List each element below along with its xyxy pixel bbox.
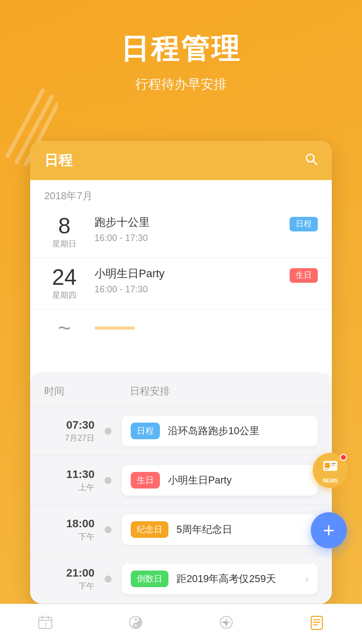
timeline-dot-3	[105, 576, 112, 583]
event-info-1: 跑步十公里 16:00 - 17:30	[84, 215, 290, 244]
timeline-row-1[interactable]: 11:30 上午 生日 小明生日Party	[30, 456, 332, 505]
schedule-bar[interactable]: 日程	[30, 141, 332, 180]
event-time-2: 16:00 - 17:30	[95, 284, 290, 295]
fab-add-button[interactable]: +	[311, 512, 347, 548]
event-title-1: 跑步十公里	[95, 215, 290, 230]
timeline-time-1: 11:30 上午	[44, 468, 95, 493]
timeline-list: 07:30 7月27日 日程 沿环岛路跑步10公里 11:30 上午 生日	[30, 407, 332, 604]
timeline-tag-0: 日程	[131, 423, 160, 439]
event-item-1[interactable]: 8 星期日 跑步十公里 16:00 - 17:30 日程	[30, 207, 332, 258]
svg-text:7: 7	[44, 622, 47, 628]
svg-line-4	[313, 161, 317, 165]
svg-rect-6	[325, 463, 330, 468]
notes-icon	[309, 614, 325, 634]
page-subtitle: 行程待办早安排	[0, 75, 362, 93]
svg-marker-23	[221, 621, 226, 623]
timeline-content-0: 日程 沿环岛路跑步10公里	[122, 416, 318, 446]
event-date-day-1: 星期日	[44, 239, 84, 250]
timeline-text-2: 5周年纪念日	[176, 523, 309, 536]
timeline-dot-2	[105, 526, 112, 533]
event-partial: ~	[30, 309, 332, 344]
svg-marker-20	[225, 617, 227, 622]
nav-item-yinyang[interactable]	[90, 604, 181, 644]
timeline-tag-2: 纪念日	[131, 521, 168, 538]
timeline-text-1: 小明生日Party	[168, 473, 309, 487]
timeline-header-time-label: 时间	[44, 384, 100, 398]
svg-point-17	[135, 624, 137, 626]
timeline-content-2: 纪念日 5周年纪念日	[122, 514, 318, 545]
timeline-text-0: 沿环岛路跑步10公里	[168, 424, 309, 438]
svg-marker-21	[226, 621, 231, 623]
event-date-day-2: 星期四	[44, 290, 84, 301]
event-tag-1: 日程	[290, 217, 318, 231]
month-label: 2018年7月	[30, 180, 332, 207]
svg-rect-7	[331, 463, 336, 464]
event-date-1: 8 星期日	[44, 215, 84, 250]
event-title-2: 小明生日Party	[95, 266, 290, 281]
svg-rect-9	[325, 469, 329, 470]
bottom-nav: 7	[0, 604, 362, 644]
chevron-icon-3: ›	[305, 573, 309, 586]
nav-item-calendar[interactable]: 7	[0, 604, 90, 644]
timeline-dot-1	[105, 477, 112, 484]
timeline-dot-0	[105, 428, 112, 435]
event-info-2: 小明生日Party 16:00 - 17:30	[84, 266, 290, 295]
yin-yang-icon	[128, 614, 144, 634]
news-badge[interactable]: NEWS	[313, 453, 348, 488]
event-date-num-1: 8	[44, 215, 84, 237]
timeline-header-schedule-label: 日程安排	[100, 384, 170, 398]
event-item-2[interactable]: 24 星期四 小明生日Party 16:00 - 17:30 生日	[30, 258, 332, 309]
event-time-1: 16:00 - 17:30	[95, 233, 290, 244]
timeline-tag-1: 生日	[131, 472, 160, 489]
timeline-content-3: 倒数日 距2019年高考仅259天 ›	[122, 564, 318, 594]
search-icon[interactable]	[305, 152, 318, 169]
event-tag-2: 生日	[290, 268, 318, 283]
timeline-time-3: 21:00 下午	[44, 567, 95, 592]
timeline-time-2: 18:00 下午	[44, 517, 95, 542]
svg-point-16	[135, 618, 137, 620]
schedule-bar-title: 日程	[44, 151, 72, 170]
header: 日程管理 行程待办早安排	[0, 0, 362, 93]
add-icon: +	[323, 520, 334, 540]
event-date-2: 24 星期四	[44, 266, 84, 301]
page-title: 日程管理	[0, 30, 362, 68]
news-notification-dot	[340, 454, 347, 461]
timeline-card: 时间 日程安排 07:30 7月27日 日程 沿环岛路跑步10公里 11:30	[30, 372, 332, 604]
timeline-header: 时间 日程安排	[30, 384, 332, 407]
main-card: 日程 2018年7月 8 星期日 跑步十公里 16:00 - 17:30 日程 …	[30, 141, 332, 604]
timeline-row-0[interactable]: 07:30 7月27日 日程 沿环岛路跑步10公里	[30, 407, 332, 456]
timeline-tag-3: 倒数日	[131, 571, 168, 587]
calendar-icon: 7	[37, 614, 53, 634]
timeline-row-3[interactable]: 21:00 下午 倒数日 距2019年高考仅259天 ›	[30, 554, 332, 604]
news-label: NEWS	[321, 478, 339, 484]
compass-icon	[218, 614, 234, 634]
event-date-num-2: 24	[44, 266, 84, 288]
svg-marker-22	[225, 622, 227, 627]
nav-item-compass[interactable]	[181, 604, 272, 644]
timeline-text-3: 距2019年高考仅259天	[176, 572, 300, 586]
timeline-row-2[interactable]: 18:00 下午 纪念日 5周年纪念日	[30, 505, 332, 554]
svg-rect-8	[331, 465, 335, 466]
timeline-time-0: 07:30 7月27日	[44, 419, 95, 444]
timeline-content-1: 生日 小明生日Party	[122, 465, 318, 496]
nav-item-notes[interactable]	[272, 604, 362, 644]
